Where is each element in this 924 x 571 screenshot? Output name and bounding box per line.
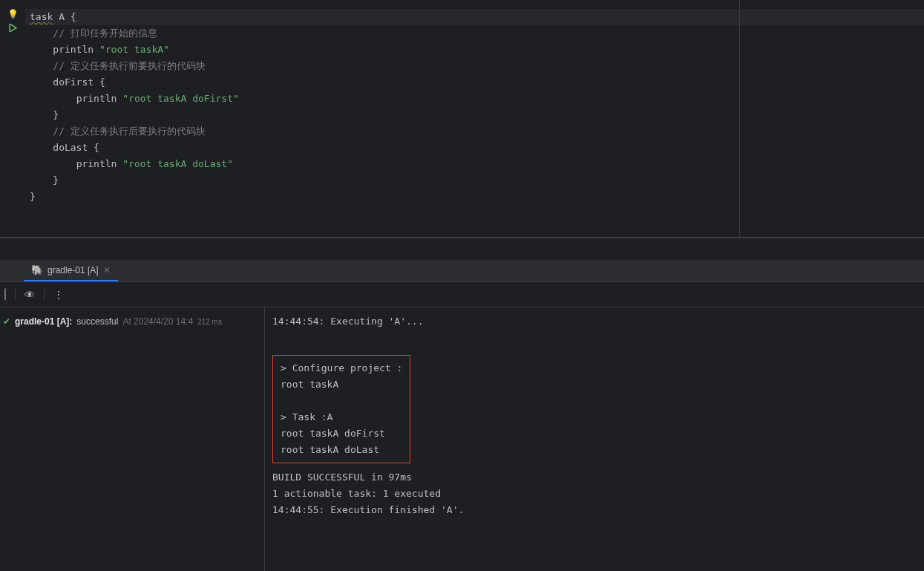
code-editor[interactable]: task A { // 打印任务开始的信息 println "root task…	[25, 0, 924, 237]
run-status-panel: ✔ gradle-01 [A]: successful At 2024/4/20…	[0, 307, 265, 571]
panel-gap	[0, 238, 924, 260]
stop-icon	[4, 288, 6, 301]
editor-gutter: 💡	[0, 0, 25, 237]
status-name: gradle-01 [A]:	[15, 316, 72, 327]
lightbulb-icon[interactable]: 💡	[7, 9, 19, 19]
gradle-icon: 🐘	[31, 264, 43, 275]
run-tab[interactable]: 🐘 gradle-01 [A] ✕	[24, 260, 118, 281]
output-region: ✔ gradle-01 [A]: successful At 2024/4/20…	[0, 307, 924, 571]
status-time: At 2024/4/20 14:4	[122, 316, 193, 327]
stop-button[interactable]	[4, 289, 6, 300]
run-tab-label: gradle-01 [A]	[47, 265, 99, 275]
more-icon[interactable]: ⋮	[53, 289, 64, 301]
status-result: successful	[76, 316, 118, 327]
run-tabbar: 🐘 gradle-01 [A] ✕	[0, 260, 924, 282]
check-icon: ✔	[3, 316, 10, 327]
code-comment: // 打印任务开始的信息	[53, 27, 157, 39]
code-keyword: task	[30, 11, 53, 22]
highlighted-output: > Configure project : root taskA > Task …	[272, 355, 410, 463]
separator	[15, 288, 16, 301]
console-line: 14:44:54: Executing 'A'...	[272, 316, 424, 327]
right-margin-line	[739, 0, 740, 237]
separator	[44, 288, 45, 301]
console-line: BUILD SUCCESSFUL in 97ms	[272, 472, 412, 483]
run-status-row[interactable]: ✔ gradle-01 [A]: successful At 2024/4/20…	[3, 316, 258, 327]
close-icon[interactable]: ✕	[103, 265, 111, 275]
run-gutter-icon[interactable]	[9, 24, 17, 32]
console-line: 1 actionable task: 1 executed	[272, 488, 441, 499]
console-line: 14:44:55: Execution finished 'A'.	[272, 504, 464, 515]
editor-region: 💡 task A { // 打印任务开始的信息 println "root ta…	[0, 0, 924, 238]
status-duration: 212 ms	[197, 318, 222, 326]
run-toolbar: 👁 ⋮	[0, 282, 924, 307]
show-icon[interactable]: 👁	[24, 289, 35, 301]
console-output[interactable]: 14:44:54: Executing 'A'... > Configure p…	[265, 307, 924, 571]
